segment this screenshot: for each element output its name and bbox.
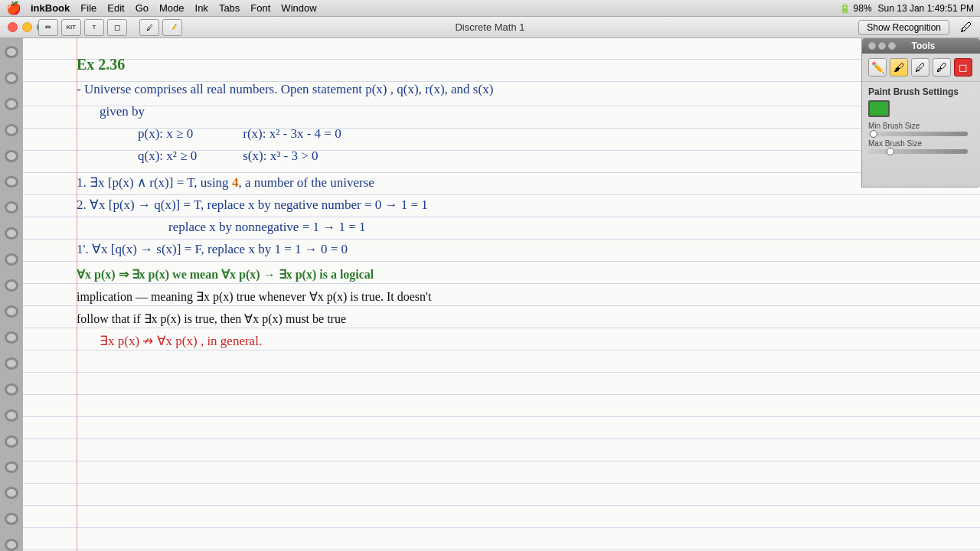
- r-def: r(x): x² - 3x - 4 = 0: [243, 122, 341, 145]
- spiral-ring: [5, 331, 18, 344]
- menu-go[interactable]: Go: [136, 2, 149, 14]
- datetime: Sun 13 Jan 1:49:51 PM: [878, 3, 974, 14]
- spiral-ring: [5, 253, 18, 266]
- logical-block: ∀x p(x) ⇒ ∃x p(x) we mean ∀x p(x) → ∃x p…: [77, 263, 965, 330]
- main-area: 48 Ex 2.36 - Universe comprises all real…: [0, 38, 980, 551]
- toolbar-left: ✏ KIT T ◻ 🖊 📝: [38, 19, 182, 36]
- brush-icon[interactable]: 🖌: [890, 58, 908, 77]
- tool-lasso[interactable]: KIT: [61, 19, 81, 36]
- right-defs: r(x): x² - 3x - 4 = 0 s(x): x³ - 3 > 0: [243, 122, 341, 167]
- marker-icon[interactable]: 🖊: [911, 58, 929, 77]
- paint-brush-settings: Paint Brush Settings Min Brush Size Max …: [862, 82, 980, 161]
- circle3[interactable]: [888, 42, 896, 50]
- min-brush-thumb[interactable]: [870, 130, 877, 138]
- menu-tabs[interactable]: Tabs: [219, 2, 240, 14]
- min-brush-track[interactable]: [868, 132, 968, 136]
- example-header: Ex 2.36: [77, 54, 965, 77]
- close-button[interactable]: [8, 22, 18, 32]
- spiral-ring: [5, 46, 18, 58]
- tools-header-circles: [868, 42, 896, 50]
- given-by-text: given by: [100, 104, 145, 119]
- menubar: 🍎 inkBook File Edit Go Mode Ink Tabs Fon…: [0, 0, 980, 17]
- show-recognition-button[interactable]: Show Recognition: [858, 20, 949, 35]
- spiral-ring: [5, 227, 18, 240]
- statement1prime: 1'. ∀x [q(x) → s(x)] = F, replace x by 1…: [77, 238, 965, 260]
- spiral-ring: [5, 305, 18, 318]
- example-label: Ex 2.36: [77, 56, 125, 73]
- window-title: Discrete Math 1: [455, 21, 524, 33]
- highlighter-icon[interactable]: 🖋: [933, 58, 951, 77]
- s-def: s(x): x³ - 3 > 0: [243, 145, 341, 167]
- logical3-text: follow that if ∃x p(x) is true, then ∀x …: [77, 308, 965, 330]
- settings-label: Paint Brush Settings: [868, 86, 974, 97]
- spiral-ring: [5, 176, 18, 188]
- spiral-ring: [5, 279, 18, 292]
- spiral-ring: [5, 98, 18, 110]
- max-brush-slider-row: Max Brush Size: [868, 139, 974, 154]
- min-brush-label: Min Brush Size: [868, 122, 974, 130]
- menu-inkbook[interactable]: inkBook: [31, 2, 70, 14]
- page-content: Ex 2.36 - Universe comprises all real nu…: [54, 46, 965, 352]
- color-swatch[interactable]: [868, 100, 890, 117]
- spiral-binding: [0, 38, 23, 551]
- max-brush-thumb[interactable]: [887, 148, 894, 155]
- tools-header: Tools: [862, 38, 980, 54]
- tool-extra2[interactable]: 📝: [162, 19, 182, 36]
- minimize-button[interactable]: [22, 22, 32, 32]
- menubar-right: 🔋 98% Sun 13 Jan 1:49:51 PM: [839, 3, 974, 14]
- spiral-ring: [5, 150, 18, 162]
- spiral-ring: [5, 461, 18, 474]
- min-brush-slider-row: Min Brush Size: [868, 122, 974, 136]
- pencil-icon[interactable]: ✏️: [868, 58, 887, 77]
- tool-shape[interactable]: ◻: [107, 19, 127, 36]
- max-brush-label: Max Brush Size: [868, 139, 974, 148]
- general-statement: ∃x p(x) ↛ ∀x p(x) , in general.: [77, 330, 965, 352]
- menu-font[interactable]: Font: [250, 2, 270, 14]
- spiral-ring: [5, 357, 18, 370]
- tool-select[interactable]: ✏: [38, 19, 58, 36]
- line1-text: - Universe comprises all real numbers. O…: [77, 82, 493, 96]
- logical4-text: ∃x p(x) ↛ ∀x p(x) , in general.: [100, 334, 262, 348]
- spiral-ring: [5, 409, 18, 422]
- menu-mode[interactable]: Mode: [159, 2, 185, 14]
- eraser-icon[interactable]: ◻: [954, 58, 972, 77]
- notebook-page: 48 Ex 2.36 - Universe comprises all real…: [23, 38, 980, 551]
- p-def: p(x): x ≥ 0: [138, 122, 197, 145]
- statement2: 2. ∀x [p(x) → q(x)] = T, replace x by ne…: [77, 194, 965, 216]
- menu-edit[interactable]: Edit: [107, 2, 124, 14]
- stmt1-text: 1. ∃x [p(x) ∧ r(x)] = T, using 4, a numb…: [77, 175, 374, 190]
- tools-title: Tools: [911, 41, 935, 51]
- spiral-ring: [5, 487, 18, 499]
- line1: - Universe comprises all real numbers. O…: [77, 78, 965, 100]
- toolbar-icon: 🖊: [960, 21, 972, 34]
- spiral-ring: [5, 124, 18, 136]
- stmt1p-text: 1'. ∀x [q(x) → s(x)] = F, replace x by 1…: [77, 242, 348, 256]
- spiral-ring: [5, 383, 18, 396]
- q-def: q(x): x² ≥ 0: [138, 145, 197, 167]
- statement2b: replace x by nonnegative = 1 → 1 = 1: [77, 216, 965, 238]
- max-brush-track[interactable]: [868, 149, 968, 154]
- tools-panel: Tools ✏️ 🖌 🖊 🖋 ◻ Paint Brush Settings Mi…: [861, 38, 980, 187]
- tool-extra1[interactable]: 🖊: [139, 19, 159, 36]
- definitions: p(x): x ≥ 0 q(x): x² ≥ 0 r(x): x² - 3x -…: [77, 122, 965, 167]
- spiral-ring: [5, 435, 18, 448]
- spiral-ring: [5, 72, 18, 84]
- spiral-ring: [5, 513, 18, 525]
- tool-text[interactable]: T: [84, 19, 104, 36]
- stmt2-text: 2. ∀x [p(x) → q(x)] = T, replace x by ne…: [77, 197, 428, 212]
- spiral-ring: [5, 539, 18, 551]
- circle1[interactable]: [868, 42, 876, 50]
- tools-icons-row: ✏️ 🖌 🖊 🖋 ◻: [862, 54, 980, 82]
- apple-menu[interactable]: 🍎: [6, 1, 21, 15]
- given-by-line: given by: [77, 100, 965, 122]
- menu-window[interactable]: Window: [281, 2, 316, 14]
- statement1: 1. ∃x [p(x) ∧ r(x)] = T, using 4, a numb…: [77, 171, 965, 194]
- circle2[interactable]: [878, 42, 886, 50]
- logical2-text: implication — meaning ∃x p(x) true whene…: [77, 285, 965, 308]
- titlebar: ✏ KIT T ◻ 🖊 📝 Discrete Math 1 Show Recog…: [0, 17, 980, 38]
- logical1-text: ∀x p(x) ⇒ ∃x p(x) we mean ∀x p(x) → ∃x p…: [77, 263, 965, 285]
- left-defs: p(x): x ≥ 0 q(x): x² ≥ 0: [138, 122, 197, 167]
- menu-file[interactable]: File: [80, 2, 96, 14]
- menu-ink[interactable]: Ink: [195, 2, 208, 14]
- spiral-ring: [5, 201, 18, 214]
